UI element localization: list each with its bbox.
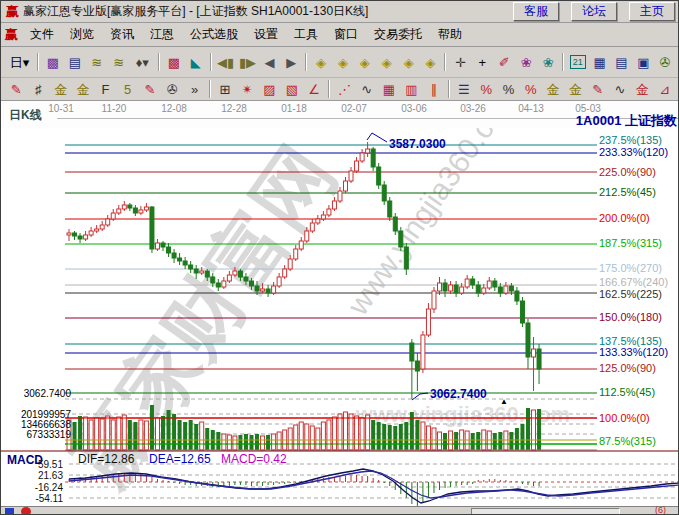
pan-hand-glyph: ✛ — [455, 56, 466, 69]
menu-item-8[interactable]: 交易委托 — [366, 24, 430, 45]
draw-pin-icon[interactable]: ✐ — [493, 51, 515, 74]
menu-item-7[interactable]: 窗口 — [326, 24, 366, 45]
trend-dots-icon[interactable]: ⋰ — [333, 78, 355, 101]
kline-chart[interactable]: www.yingjia360.com赢家财富网www.yingjia360.co… — [1, 128, 679, 506]
date-tick: 04-13 — [518, 103, 544, 114]
gold-circle-icon[interactable]: 金 — [542, 78, 564, 101]
percent-3-icon[interactable]: % — [520, 78, 542, 101]
titlebar-button-2[interactable]: 主页 — [629, 2, 675, 21]
candle-body — [332, 201, 336, 209]
period-selector-icon[interactable]: 日▾ — [5, 51, 34, 74]
gann-box-icon[interactable]: ▩ — [163, 51, 185, 74]
gann-diamond-1-icon[interactable]: ◈ — [310, 51, 332, 74]
save-icon[interactable]: ▣ — [632, 51, 654, 74]
triangle-tool-icon[interactable]: ⊿ — [654, 78, 676, 101]
crosshair-icon[interactable]: + — [471, 51, 493, 74]
menu-item-6[interactable]: 工具 — [286, 24, 326, 45]
prev-bar-glyph: ◀ — [264, 56, 274, 69]
angle-line-icon[interactable]: ∠ — [303, 78, 325, 101]
gann-diamond-3-icon[interactable]: ◈ — [354, 51, 376, 74]
bars-tool-icon[interactable]: ☰ — [453, 78, 475, 101]
gold-red-icon[interactable]: 金 — [631, 78, 653, 101]
candle-body — [261, 289, 265, 291]
volume-bar — [382, 424, 386, 450]
volume-bar — [294, 425, 298, 450]
flower-tool-2-icon[interactable]: ❀ — [537, 51, 559, 74]
gann-grid-rays-icon[interactable]: ▧ — [281, 78, 303, 101]
toolbar-separator — [158, 53, 160, 71]
gold-grid-2-icon[interactable]: 金 — [72, 78, 94, 101]
candle-body — [410, 343, 414, 361]
candle-type-icon[interactable]: ♦▾ — [130, 51, 156, 74]
calendar-icon[interactable]: 21 — [567, 51, 589, 74]
titlebar-button-0[interactable]: 客服 — [513, 2, 559, 21]
draw-line-icon[interactable]: ✎ — [5, 78, 27, 101]
brush-icon[interactable]: ✎ — [587, 78, 609, 101]
menu-item-4[interactable]: 公式选股 — [182, 24, 246, 45]
gann-diamond-6-icon[interactable]: ◈ — [420, 51, 442, 74]
volume-bar — [255, 434, 259, 450]
candle-body — [449, 285, 453, 291]
menu-item-5[interactable]: 设置 — [246, 24, 286, 45]
gann-diamond-5-icon[interactable]: ◈ — [398, 51, 420, 74]
notes-icon[interactable]: ▤ — [611, 51, 633, 74]
ma-9-icon[interactable]: ≋ — [108, 51, 130, 74]
draw-line-2-icon[interactable]: ✎ — [139, 78, 161, 101]
candle-body — [73, 233, 77, 236]
ma-3-icon[interactable]: ≋ — [86, 51, 108, 74]
flower-tool-1-icon[interactable]: ❀ — [515, 51, 537, 74]
menu-item-9[interactable]: 帮助 — [430, 24, 470, 45]
candle-body — [100, 225, 104, 229]
gann-fan-icon[interactable]: ✴ — [236, 78, 258, 101]
candle-body — [349, 171, 353, 181]
calculator-icon[interactable]: ▦ — [589, 51, 611, 74]
menu-item-3[interactable]: 江恩 — [142, 24, 182, 45]
candle-body — [172, 253, 176, 258]
volume-bar — [89, 420, 93, 450]
grid-tool-icon[interactable]: ♯ — [27, 78, 49, 101]
color-chart-icon[interactable]: ◣ — [185, 51, 207, 74]
volume-bar — [299, 422, 303, 450]
info-panel-glyph: ▤ — [69, 56, 81, 69]
titlebar-button-1[interactable]: 论坛 — [571, 2, 617, 21]
candle-body — [471, 279, 475, 285]
gann-diamond-2-icon[interactable]: ◈ — [332, 51, 354, 74]
ruler-grid-icon[interactable]: ⊞ — [214, 78, 236, 101]
gann-diamond-4-icon[interactable]: ◈ — [376, 51, 398, 74]
kline-style-icon[interactable]: ▩ — [42, 51, 64, 74]
dense-grid-icon[interactable]: ▦ — [378, 78, 400, 101]
circle-tool-icon[interactable]: ✇ — [161, 78, 183, 101]
wave-2-icon[interactable]: ∿ — [609, 78, 631, 101]
more-tools-icon[interactable]: » — [184, 78, 206, 101]
volume-bar — [200, 422, 204, 450]
candle-body — [399, 231, 403, 247]
gann-diamond-2-glyph: ◈ — [338, 56, 348, 69]
ma-3-glyph: ≋ — [91, 56, 102, 69]
candle-body — [200, 271, 204, 273]
fibonacci-grid-icon[interactable]: F — [94, 78, 116, 101]
candle-body — [178, 258, 182, 261]
pan-hand-icon[interactable]: ✛ — [449, 51, 471, 74]
wave-tool-icon[interactable]: ∿ — [356, 78, 378, 101]
percent-1-icon[interactable]: % — [475, 78, 497, 101]
menu-item-1[interactable]: 浏览 — [62, 24, 102, 45]
info-panel-icon[interactable]: ▤ — [64, 51, 86, 74]
gold-grid-1-icon[interactable]: 金 — [50, 78, 72, 101]
candle-body — [509, 286, 513, 291]
parallel-lines-icon[interactable]: ∥ — [422, 78, 444, 101]
prev-bar-icon[interactable]: ◀ — [258, 51, 280, 74]
percent-2-icon[interactable]: % — [497, 78, 519, 101]
next-bar-icon[interactable]: ▶ — [280, 51, 302, 74]
menu-item-0[interactable]: 文件 — [22, 24, 62, 45]
gann-diamond-3-glyph: ◈ — [360, 56, 370, 69]
gold-grid-2-glyph: 金 — [77, 83, 90, 96]
menu-item-2[interactable]: 资讯 — [102, 24, 142, 45]
last-bar-icon[interactable]: ▮▶ — [237, 51, 259, 74]
first-bar-icon[interactable]: ◀▮ — [215, 51, 237, 74]
candle-body — [117, 209, 121, 213]
box-grid-icon[interactable]: ▥ — [400, 78, 422, 101]
settings-tool-icon[interactable]: ✇ — [654, 51, 676, 74]
gann-box-rays-icon[interactable]: ▨ — [258, 78, 280, 101]
five-grid-icon[interactable]: 5 — [117, 78, 139, 101]
gold-line-icon[interactable]: 金 — [564, 78, 586, 101]
